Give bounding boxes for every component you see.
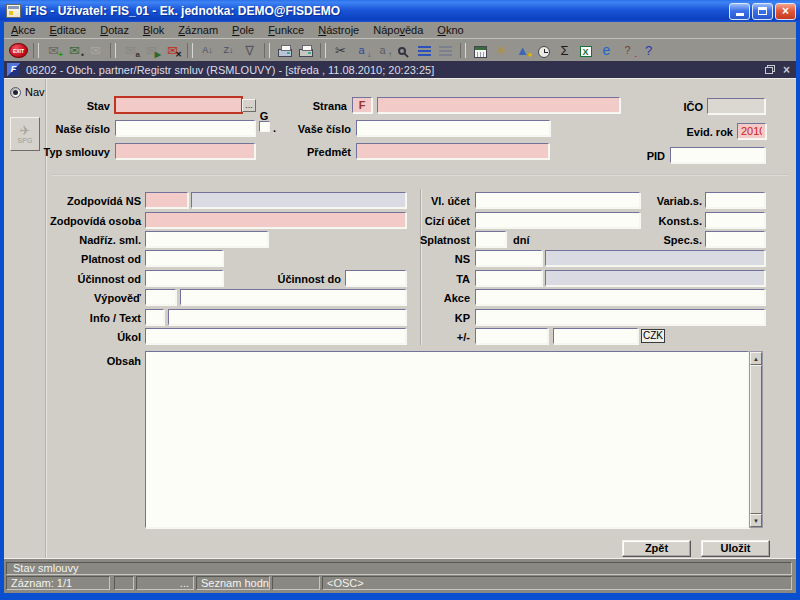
query-execute-icon[interactable]: ✉▶ [141,40,162,60]
calendar-icon[interactable] [470,40,491,60]
pid-input[interactable] [670,147,765,163]
alert-icon[interactable]: ▲● [512,40,533,60]
window-border-bottom [0,593,800,600]
typ-smlouvy-input[interactable] [115,143,255,159]
nadriz-sml-label: Nadříz. sml. [41,233,141,247]
menu-napoveda[interactable]: Nápověda [366,23,430,37]
nase-cislo-input[interactable] [115,120,255,136]
ns-input[interactable] [475,250,542,266]
excel-icon[interactable] [575,40,596,60]
menu-funkce[interactable]: Funkce [261,23,311,37]
zodpovida-ns-input[interactable] [145,192,188,208]
toolbar-separator [187,43,193,58]
menu-pole[interactable]: Pole [225,23,261,37]
help-icon[interactable]: ? [638,40,659,60]
record-insert-icon[interactable]: ✉+ [43,40,64,60]
zodpovida-osoba-input[interactable] [145,212,406,228]
strana-name-input[interactable] [377,97,620,113]
castka2-input[interactable] [553,328,638,344]
maximize-button[interactable] [752,3,773,20]
record-save-icon[interactable]: ✉▪ [64,40,85,60]
sum-icon[interactable]: Σ [554,40,575,60]
ta-input[interactable] [475,270,542,286]
nadriz-sml-input[interactable] [145,231,268,247]
status-segment-3: ... [136,576,194,590]
maximize-icon [758,7,767,15]
nav-radio-label: Nav [25,86,45,98]
hint-icon[interactable]: ?. [617,40,638,60]
clock-icon[interactable] [533,40,554,60]
favorites-icon[interactable]: ✳ [491,40,512,60]
strana-type-input[interactable] [352,97,372,113]
kp-input[interactable] [475,309,765,325]
paste-icon[interactable]: a↑ [372,40,393,60]
status-message: Stav smlouvy [6,562,792,575]
ns-name-input[interactable] [545,250,765,266]
spec-s-input[interactable] [705,231,765,247]
splatnost-input[interactable] [475,231,506,247]
sort-desc-icon[interactable]: Z↓ [218,40,239,60]
list-values-icon[interactable] [414,40,435,60]
akce-input[interactable] [475,289,765,305]
scroll-up-icon[interactable]: ▲ [750,352,762,365]
menu-bar: AkceEditaceDotazBlokZáznamPoleFunkceNást… [4,22,796,38]
sort-asc-icon[interactable]: A↓ [197,40,218,60]
ulozit-button[interactable]: Uložit [701,540,770,557]
copy-icon[interactable]: a↓ [351,40,372,60]
find-lov-icon[interactable] [393,40,414,60]
ukol-input[interactable] [145,328,406,344]
print-setup-icon[interactable] [295,40,316,60]
toolbar-separator [33,43,39,58]
cut-icon[interactable]: ✂ [330,40,351,60]
record-remove-icon[interactable]: ✉ [85,40,106,60]
status-list-of-values: Seznam hodn... [196,576,270,590]
info-text-label: Info / Text [41,311,141,325]
menu-zaznam[interactable]: Záznam [171,23,225,37]
scrollbar-thumb[interactable] [750,365,762,514]
stav-input[interactable] [115,97,242,113]
menu-akce[interactable]: Akce [4,23,42,37]
menu-blok[interactable]: Blok [136,23,171,37]
vase-cislo-input[interactable] [356,120,550,136]
platnost-od-input[interactable] [145,250,223,266]
info-input[interactable] [145,309,164,325]
menu-okno[interactable]: Okno [430,23,470,37]
close-button[interactable]: × [775,3,796,20]
evid-rok-input[interactable] [737,123,766,139]
kp-label: KP [370,311,470,325]
konst-s-input[interactable] [705,212,765,228]
plusminus-label: +/- [370,330,470,344]
child-close-icon[interactable]: × [783,64,790,76]
child-restore-icon[interactable] [765,65,775,74]
exit-button[interactable]: EXIT [8,40,29,60]
ns-label: NS [370,252,470,266]
ico-input[interactable] [707,98,765,114]
browser-icon[interactable]: e [596,40,617,60]
query-cancel-icon[interactable]: ✉✕ [162,40,183,60]
query-enter-icon[interactable]: ✉a [120,40,141,60]
variab-s-input[interactable] [705,192,765,208]
castka-input[interactable] [475,328,548,344]
zpet-button[interactable]: Zpět [622,540,691,557]
variab-s-label: Variab.s. [602,194,702,208]
mena-box: CZK [641,329,665,343]
nav-radio[interactable] [10,87,21,98]
list-edit-icon[interactable] [435,40,456,60]
predmet-input[interactable] [356,143,549,159]
status-osc: <OSC> [322,576,792,590]
menu-nastroje[interactable]: Nástroje [311,23,366,37]
filter-icon[interactable]: ∇ [239,40,260,60]
status-bar: Stav smlouvy Záznam: 1/1 ... Seznam hodn… [4,558,796,593]
ta-name-input[interactable] [545,270,765,286]
menu-dotaz[interactable]: Dotaz [93,23,136,37]
minimize-button[interactable] [729,3,750,20]
section-separator-horizontal [52,174,788,176]
vypoved-input[interactable] [145,289,176,305]
app-icon [6,4,21,18]
obsah-textarea[interactable] [145,351,749,528]
scroll-down-icon[interactable]: ▼ [750,514,762,527]
ucinnost-od-input[interactable] [145,270,223,286]
obsah-scrollbar[interactable]: ▲ ▼ [749,351,763,528]
menu-editace[interactable]: Editace [42,23,93,37]
print-icon[interactable] [274,40,295,60]
